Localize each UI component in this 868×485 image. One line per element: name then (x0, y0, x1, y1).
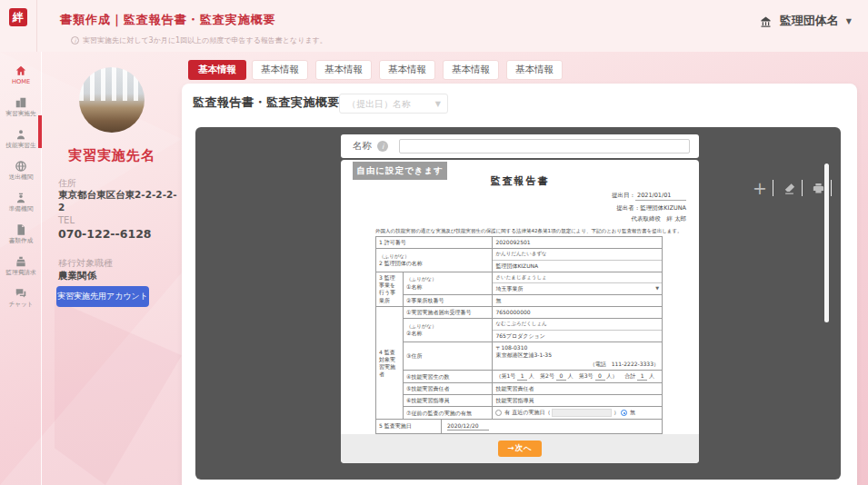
zip-code: 〒108-0310 (495, 344, 659, 351)
instructor-label: ⑥技能実習指導員 (404, 395, 493, 407)
globe-icon (15, 160, 27, 173)
office-select[interactable]: 埼玉事業所 ▼ (493, 282, 662, 294)
document-preview: 監査報告書 提出日：2021/01/01 提出者：監理団体KIZUNA 代表取締… (341, 160, 699, 463)
recent-date-input[interactable] (552, 409, 612, 417)
document-editor-overlay: 名称 i 自由に設定できます 監査報告書 提出日：2021/01/01 提出者：… (195, 127, 841, 480)
audit-date-row: 5 監査実施日 2020/12/20 (376, 420, 663, 434)
sidebar-item-chat[interactable]: チャット (0, 286, 42, 317)
count-no1: 1 (517, 372, 527, 381)
count-segment: 合計 (619, 372, 635, 379)
radio-no[interactable] (621, 410, 627, 416)
previous-audit-label: ⑦従前の監査の実施の有無 (404, 407, 493, 420)
person-icon (15, 128, 27, 141)
erase-button[interactable] (780, 179, 798, 197)
tel-value: 070-122--6128 (58, 227, 152, 241)
account-name: 監理団体名 (780, 13, 839, 29)
kana-note: （ふりがな） (406, 276, 489, 282)
tel-label: TEL (58, 215, 75, 225)
profile-panel: 実習実施先名 住所 東京都台東区台東2-2-2-2-2 TEL 070-122-… (42, 52, 182, 485)
sidebar-item-documents[interactable]: 書類作成 (0, 223, 42, 253)
org-label-text: 2 監理団体の名称 (379, 260, 489, 267)
document-select[interactable]: （提出日）名称 ▼ (339, 94, 448, 114)
office-value: 埼玉事業所 (495, 285, 523, 292)
instructor-value: 技能実習指導員 (493, 395, 663, 407)
tab-basic-info-6[interactable]: 基本情報 (506, 60, 563, 80)
submit-date-value: 2021/01/01 (635, 192, 686, 201)
training-site-account-button[interactable]: 実習実施先用アカウント (56, 286, 149, 307)
add-document-button[interactable]: + (751, 179, 769, 197)
sidebar-item-label: チャット (1, 301, 41, 308)
count-segment: 人） (606, 372, 617, 379)
occupation-value: 農業関係 (58, 270, 96, 282)
table-row: ③住所 〒108-0310 東京都港区芝浦3-1-35 （電話 111-2222… (376, 341, 663, 370)
sidebar-item-label: 監理費請求 (1, 269, 41, 276)
branch-number-label: ②事業所枝番号 (404, 295, 493, 307)
table-row: 1 許可番号 2020092501 (376, 237, 663, 249)
submitter-line: 提出者：監理団体KIZUNA (616, 204, 686, 213)
sidebar-item-label: 技能実習生 (1, 142, 41, 149)
previous-audit-value: 有 直近の実施日（ ） 無 (493, 407, 663, 420)
notification-number-value: 7650000000 (493, 307, 663, 319)
toolbar-divider (802, 180, 803, 196)
count-no3: 0 (595, 372, 605, 381)
page-title: 書類作成｜監査報告書・監査実施概要 (60, 12, 276, 28)
target-value: 765プロダクション (493, 330, 662, 341)
info-icon[interactable]: i (377, 141, 388, 152)
org-value: 監理団体KIZUNA (493, 260, 662, 272)
paren-close: ） (614, 410, 619, 416)
address-cell-label: ③住所 (404, 341, 493, 370)
tab-basic-info-3[interactable]: 基本情報 (315, 60, 372, 80)
table-row: ⑥技能実習指導員 技能実習指導員 (376, 395, 663, 407)
section-title: 監査報告書・監査実施概要 (193, 94, 340, 111)
tab-basic-info-4[interactable]: 基本情報 (379, 60, 435, 80)
print-button[interactable] (809, 179, 827, 197)
sidebar-item-label: 送出機関 (1, 173, 41, 181)
next-button[interactable]: →次へ (498, 440, 542, 457)
document-intro: 外国人の技能実習の適正な実施及び技能実習生の保護に関する法律第42条第1項の規定… (375, 228, 683, 234)
tab-basic-info-5[interactable]: 基本情報 (443, 60, 499, 80)
eraser-icon (783, 182, 796, 195)
radio-yes[interactable] (495, 410, 502, 416)
audit-date-label: 5 監査実施日 (376, 420, 442, 433)
top-header: 絆 書類作成｜監査報告書・監査実施概要 i 実習実施先に対して3か月に1回以上の… (0, 0, 868, 52)
count-segment: （第1号 (495, 372, 515, 379)
sidebar-item-trainees[interactable]: 技能実習生 (0, 127, 42, 158)
select-placeholder: （提出日）名称 (347, 98, 411, 111)
org-kana: かんりだんたいきずな (493, 249, 662, 259)
account-menu[interactable]: 監理団体名 ▼ (759, 13, 852, 29)
table-row: （ふりがな） 2 監理団体の名称 かんりだんたいきずな 監理団体KIZUNA (376, 249, 663, 272)
table-row: 4 監査対象実習実施者 ①実習実施者届出受理番号 7650000000 (376, 307, 663, 319)
address-text: 東京都港区芝浦3-1-35 (495, 351, 659, 359)
permit-number-value: 2020092501 (493, 237, 663, 249)
sidebar-item-training-site[interactable]: 実習実施先 (0, 95, 42, 126)
count-segment: 人 (649, 372, 654, 379)
tab-basic-info-1[interactable]: 基本情報 (188, 60, 246, 80)
address-label: 住所 (58, 177, 76, 190)
tab-basic-info-2[interactable]: 基本情報 (252, 60, 308, 80)
office-name-value: さいたまじぎょうしょ 埼玉事業所 ▼ (493, 272, 663, 295)
table-row: ④技能実習生の数 （第1号 1 人 第2号 0 人 第3号 0 人） 合計 1 … (376, 371, 663, 383)
sidebar-item-home[interactable]: HOME (0, 64, 42, 94)
sidebar-item-billing[interactable]: 監理費請求 (0, 254, 42, 285)
sidebar-item-sending-org[interactable]: 送出機関 (0, 159, 42, 190)
office-section-label: 3 監理事業を行う事業所 (376, 272, 404, 307)
target-name-value: なむこぷろだくしょん 765プロダクション (493, 319, 663, 342)
manager-label: ⑤技能実習責任者 (404, 383, 493, 395)
name-input[interactable] (399, 139, 690, 153)
org-name-label: （ふりがな） 2 監理団体の名称 (376, 249, 493, 272)
manager-value: 技能実習責任者 (493, 383, 663, 395)
table-row: ⑤技能実習責任者 技能実習責任者 (376, 383, 663, 395)
name-field-bar: 名称 i (341, 134, 699, 158)
app-logo[interactable]: 絆 (9, 8, 27, 26)
representative-line: 代表取締役 絆 太郎 (631, 215, 686, 223)
sidebar: HOME 実習実施先 技能実習生 送出機関 準備機関 書類作成 監理費請求 チ (0, 52, 42, 485)
count-no2: 0 (556, 372, 566, 381)
building-icon (15, 96, 27, 109)
option-yes-label: 有 (504, 410, 510, 416)
sidebar-item-prep-org[interactable]: 準備機関 (0, 191, 42, 222)
phone-text: （電話 111-2222-3333） (495, 361, 659, 368)
chevron-down-icon: ▼ (435, 100, 441, 108)
toolbar-divider (773, 180, 773, 196)
organization-icon (759, 15, 773, 28)
office-kana: さいたまじぎょうしょ (493, 272, 662, 282)
